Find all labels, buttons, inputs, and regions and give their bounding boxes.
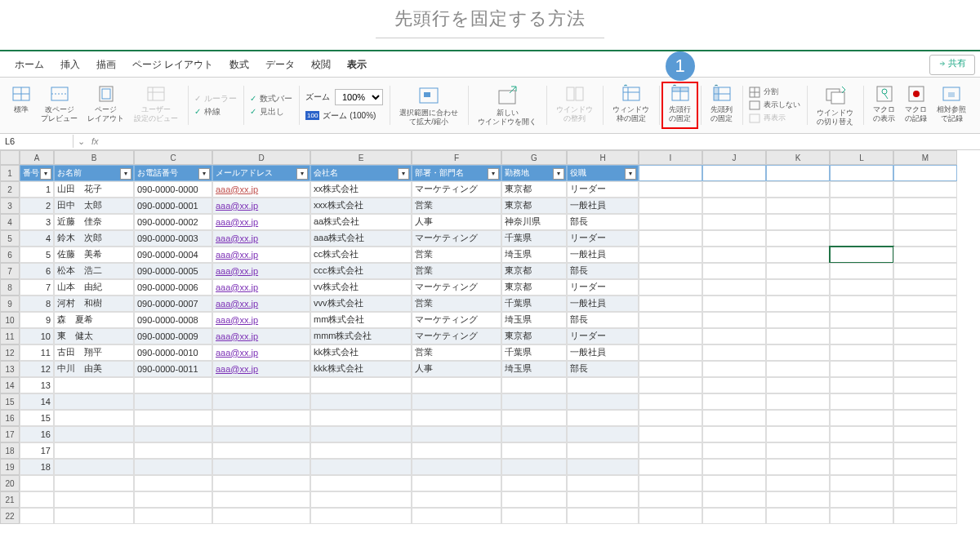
cell[interactable] [639, 198, 702, 214]
cell[interactable]: 神奈川県 [501, 214, 567, 230]
cell[interactable]: 山本 由紀 [54, 279, 134, 295]
cell[interactable] [893, 344, 957, 361]
col-header-A[interactable]: A [20, 150, 54, 165]
cell[interactable]: aaa@xx.jp [212, 230, 310, 247]
cell[interactable] [310, 475, 412, 491]
col-header-E[interactable]: E [310, 150, 412, 165]
col-header-K[interactable]: K [766, 150, 830, 165]
cell[interactable] [766, 312, 830, 328]
cell[interactable]: 営業 [412, 263, 501, 279]
cell[interactable]: リーダー [567, 279, 639, 295]
cell[interactable]: 中川 由美 [54, 361, 134, 377]
cell[interactable] [766, 198, 830, 214]
cell[interactable] [567, 475, 639, 491]
col-header-F[interactable]: F [412, 150, 501, 165]
cell[interactable] [893, 181, 957, 198]
cell[interactable] [54, 426, 134, 442]
col-header-M[interactable]: M [893, 150, 957, 165]
cell[interactable] [134, 393, 212, 410]
cell[interactable] [830, 508, 893, 524]
cell[interactable] [766, 279, 830, 295]
cell[interactable] [766, 214, 830, 230]
cell[interactable] [567, 459, 639, 475]
cell[interactable] [702, 491, 766, 508]
cell[interactable]: aaa@xx.jp [212, 295, 310, 312]
row-header[interactable]: 8 [0, 279, 20, 295]
cell[interactable] [134, 475, 212, 491]
cell[interactable]: aaa@xx.jp [212, 361, 310, 377]
cell[interactable]: 090-0000-0007 [134, 295, 212, 312]
cell[interactable]: 営業 [412, 247, 501, 263]
cell[interactable] [639, 475, 702, 491]
cell[interactable]: 090-0000-0000 [134, 181, 212, 198]
cell[interactable] [54, 393, 134, 410]
cell[interactable] [501, 459, 567, 475]
cell[interactable]: マーケティング [412, 312, 501, 328]
cell[interactable] [212, 442, 310, 459]
cell[interactable]: 東京都 [501, 279, 567, 295]
cell[interactable] [310, 426, 412, 442]
cell[interactable]: 営業 [412, 295, 501, 312]
cell[interactable] [766, 475, 830, 491]
cell[interactable] [501, 475, 567, 491]
cell[interactable] [639, 312, 702, 328]
cell[interactable] [702, 442, 766, 459]
row-header[interactable]: 20 [0, 475, 20, 491]
cell[interactable]: 会社名 [310, 165, 412, 181]
cell[interactable] [412, 410, 501, 426]
freeze-panes[interactable]: ウィンドウ 枠の固定 [609, 82, 653, 125]
cell[interactable] [212, 459, 310, 475]
cell[interactable]: cc株式会社 [310, 247, 412, 263]
cell[interactable] [830, 491, 893, 508]
cell[interactable] [501, 426, 567, 442]
cell[interactable] [830, 312, 893, 328]
cell[interactable] [567, 426, 639, 442]
cell[interactable] [830, 328, 893, 344]
cell[interactable] [702, 247, 766, 263]
cell[interactable] [54, 410, 134, 426]
cell[interactable]: 営業 [412, 198, 501, 214]
cell[interactable] [893, 475, 957, 491]
cell[interactable]: 部長 [567, 361, 639, 377]
cell[interactable] [702, 181, 766, 198]
cell[interactable]: 埼玉県 [501, 247, 567, 263]
cell[interactable] [830, 459, 893, 475]
name-dropdown[interactable]: ⌄ [74, 136, 88, 147]
cell[interactable]: kk株式会社 [310, 344, 412, 361]
cell[interactable]: リーダー [567, 181, 639, 198]
cell[interactable]: mmm株式会社 [310, 328, 412, 344]
cell[interactable] [766, 328, 830, 344]
row-header[interactable]: 19 [0, 459, 20, 475]
cell[interactable] [830, 230, 893, 247]
cell[interactable] [639, 344, 702, 361]
cell[interactable] [134, 377, 212, 393]
cell[interactable] [212, 491, 310, 508]
cell[interactable]: 人事 [412, 361, 501, 377]
tab-insert[interactable]: 挿入 [52, 55, 88, 75]
cell[interactable]: マーケティング [412, 181, 501, 198]
cell[interactable]: aaa@xx.jp [212, 344, 310, 361]
cell[interactable] [134, 459, 212, 475]
cell[interactable]: お電話番号 [134, 165, 212, 181]
row-header[interactable]: 21 [0, 491, 20, 508]
cell[interactable] [54, 442, 134, 459]
cell[interactable] [830, 410, 893, 426]
row-header[interactable]: 16 [0, 410, 20, 426]
cell[interactable]: 東京都 [501, 328, 567, 344]
cell[interactable]: 14 [20, 393, 54, 410]
cell[interactable] [412, 491, 501, 508]
cell[interactable]: 埼玉県 [501, 312, 567, 328]
cell[interactable] [702, 377, 766, 393]
cell[interactable] [567, 377, 639, 393]
cell[interactable] [639, 214, 702, 230]
zoom-to-selection[interactable]: 選択範囲に合わせ て拡大/縮小 [396, 82, 461, 128]
cell[interactable]: 千葉県 [501, 295, 567, 312]
row-header[interactable]: 5 [0, 230, 20, 247]
cell[interactable] [134, 442, 212, 459]
cell[interactable] [310, 508, 412, 524]
new-window[interactable]: 新しい ウインドウを開く [474, 82, 540, 128]
zoom-select[interactable]: 100% [335, 89, 383, 105]
cell[interactable] [702, 344, 766, 361]
cell[interactable] [310, 410, 412, 426]
cell[interactable] [212, 393, 310, 410]
